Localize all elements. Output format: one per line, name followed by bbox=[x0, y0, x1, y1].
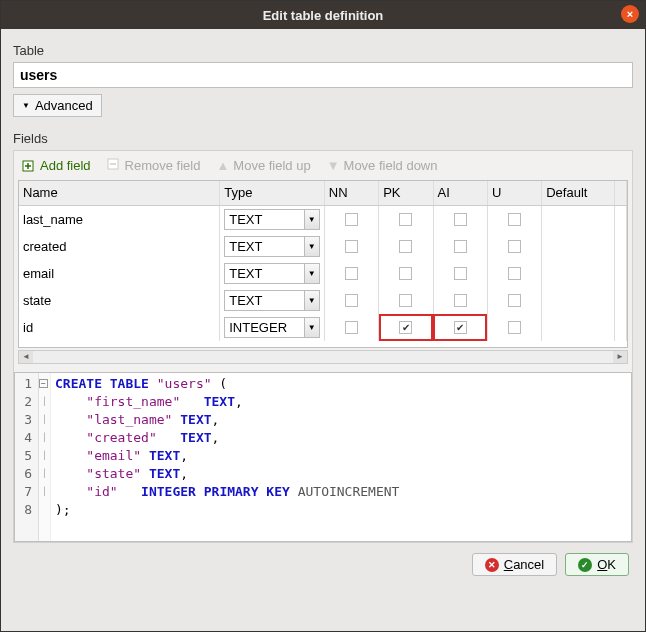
table-row[interactable]: state▼ bbox=[19, 287, 627, 314]
checkbox[interactable] bbox=[399, 240, 412, 253]
scroll-right-icon[interactable]: ► bbox=[613, 351, 627, 363]
table-row[interactable]: email▼ bbox=[19, 260, 627, 287]
fields-panel: Add field Remove field ▲ Move field up ▼… bbox=[13, 150, 633, 543]
col-type[interactable]: Type bbox=[220, 181, 325, 205]
move-down-button: ▼ Move field down bbox=[327, 158, 438, 173]
field-name[interactable]: last_name bbox=[19, 205, 220, 233]
checkbox[interactable] bbox=[508, 213, 521, 226]
checkbox[interactable] bbox=[399, 267, 412, 280]
add-icon bbox=[22, 159, 36, 173]
checkbox[interactable]: ✔ bbox=[399, 321, 412, 334]
vscroll-head bbox=[615, 181, 627, 205]
checkbox[interactable] bbox=[508, 321, 521, 334]
type-dropdown[interactable]: ▼ bbox=[304, 263, 320, 284]
type-input[interactable] bbox=[224, 290, 304, 311]
field-name[interactable]: state bbox=[19, 287, 220, 314]
sql-editor[interactable]: 12345678 −││││││ CREATE TABLE "users" ( … bbox=[14, 372, 632, 542]
ok-button[interactable]: ✓ OK bbox=[565, 553, 629, 576]
col-pk[interactable]: PK bbox=[379, 181, 433, 205]
checkbox[interactable] bbox=[399, 213, 412, 226]
default-cell[interactable] bbox=[542, 287, 615, 314]
checkbox[interactable] bbox=[345, 240, 358, 253]
type-input[interactable] bbox=[224, 317, 304, 338]
type-input[interactable] bbox=[224, 263, 304, 284]
window-title: Edit table definition bbox=[263, 8, 384, 23]
checkbox[interactable] bbox=[508, 240, 521, 253]
checkbox[interactable] bbox=[345, 294, 358, 307]
add-field-button[interactable]: Add field bbox=[22, 158, 91, 173]
ok-icon: ✓ bbox=[578, 558, 592, 572]
type-dropdown[interactable]: ▼ bbox=[304, 236, 320, 257]
type-input[interactable] bbox=[224, 236, 304, 257]
field-name[interactable]: created bbox=[19, 233, 220, 260]
table-row[interactable]: created▼ bbox=[19, 233, 627, 260]
close-icon[interactable]: × bbox=[621, 5, 639, 23]
type-dropdown[interactable]: ▼ bbox=[304, 290, 320, 311]
field-name[interactable]: email bbox=[19, 260, 220, 287]
table-name-input[interactable] bbox=[13, 62, 633, 88]
checkbox[interactable] bbox=[399, 294, 412, 307]
default-cell[interactable] bbox=[542, 314, 615, 341]
chevron-down-icon: ▼ bbox=[327, 158, 340, 173]
table-row[interactable]: last_name▼ bbox=[19, 205, 627, 233]
col-u[interactable]: U bbox=[487, 181, 541, 205]
checkbox[interactable] bbox=[508, 294, 521, 307]
cancel-button[interactable]: ✕ Cancel bbox=[472, 553, 557, 576]
checkbox[interactable] bbox=[454, 267, 467, 280]
checkbox[interactable]: ✔ bbox=[454, 321, 467, 334]
col-default[interactable]: Default bbox=[542, 181, 615, 205]
fields-table: Name Type NN PK AI U Default last_name▼c… bbox=[19, 181, 627, 341]
move-up-button: ▲ Move field up bbox=[216, 158, 310, 173]
remove-icon bbox=[107, 157, 121, 174]
default-cell[interactable] bbox=[542, 260, 615, 287]
scroll-left-icon[interactable]: ◄ bbox=[19, 351, 33, 363]
table-label: Table bbox=[13, 43, 633, 58]
col-ai[interactable]: AI bbox=[433, 181, 487, 205]
checkbox[interactable] bbox=[454, 240, 467, 253]
col-nn[interactable]: NN bbox=[324, 181, 378, 205]
table-row[interactable]: id▼✔✔ bbox=[19, 314, 627, 341]
checkbox[interactable] bbox=[345, 213, 358, 226]
default-cell[interactable] bbox=[542, 205, 615, 233]
cancel-icon: ✕ bbox=[485, 558, 499, 572]
type-dropdown[interactable]: ▼ bbox=[304, 209, 320, 230]
checkbox[interactable] bbox=[345, 321, 358, 334]
titlebar: Edit table definition × bbox=[1, 1, 645, 29]
chevron-up-icon: ▲ bbox=[216, 158, 229, 173]
checkbox[interactable] bbox=[454, 213, 467, 226]
col-name[interactable]: Name bbox=[19, 181, 220, 205]
fields-label: Fields bbox=[13, 131, 633, 146]
checkbox[interactable] bbox=[454, 294, 467, 307]
checkbox[interactable] bbox=[508, 267, 521, 280]
advanced-toggle[interactable]: ▼ Advanced bbox=[13, 94, 102, 117]
remove-field-button: Remove field bbox=[107, 157, 201, 174]
horizontal-scrollbar[interactable]: ◄ ► bbox=[18, 350, 628, 364]
type-dropdown[interactable]: ▼ bbox=[304, 317, 320, 338]
default-cell[interactable] bbox=[542, 233, 615, 260]
type-input[interactable] bbox=[224, 209, 304, 230]
field-name[interactable]: id bbox=[19, 314, 220, 341]
checkbox[interactable] bbox=[345, 267, 358, 280]
chevron-down-icon: ▼ bbox=[22, 101, 30, 110]
